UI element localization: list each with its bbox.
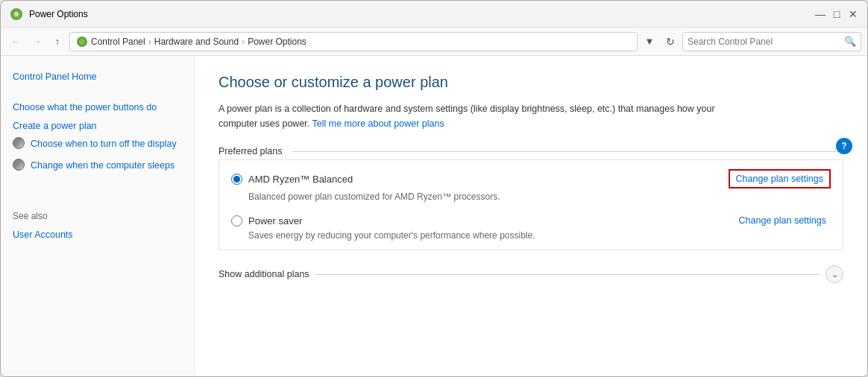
search-box: 🔍: [682, 32, 861, 51]
sidebar-home-link[interactable]: Control Panel Home: [13, 68, 182, 86]
sidebar-see-also-section: See also User Accounts: [1, 211, 194, 256]
intro-text: A power plan is a collection of hardware…: [218, 101, 755, 131]
see-also-label: See also: [13, 211, 182, 221]
preferred-plans-label: Preferred plans: [218, 146, 282, 156]
window-controls: — □ ✕: [815, 9, 858, 19]
path-sep1: ›: [148, 37, 151, 47]
plan-power-saver: Power saver Change plan settings Saves e…: [231, 214, 831, 241]
sidebar-item-computer-sleeps[interactable]: Change when the computer sleeps: [13, 156, 182, 175]
plan-amd-radio-row: AMD Ryzen™ Balanced: [231, 174, 353, 185]
plan-saver-header: Power saver Change plan settings: [231, 214, 831, 227]
main-panel: Choose or customize a power plan A power…: [195, 56, 867, 376]
plan-saver-radio[interactable]: [231, 215, 242, 226]
title-bar: Power Options — □ ✕: [1, 1, 867, 28]
path-part2: Hardware and Sound: [154, 37, 239, 47]
plan-saver-desc: Saves energy by reducing your computer's…: [248, 230, 831, 241]
sidebar-create-plan-label: Create a power plan: [13, 119, 97, 133]
expand-additional-plans-button[interactable]: ⌄: [825, 265, 843, 283]
refresh-button[interactable]: ↻: [661, 33, 679, 51]
up-button[interactable]: ↑: [48, 33, 66, 51]
help-label: ?: [841, 141, 846, 151]
disk-icon-2: [13, 159, 25, 171]
sidebar: Control Panel Home Choose what the power…: [1, 56, 195, 376]
content-area: Control Panel Home Choose what the power…: [1, 56, 867, 376]
search-icon: 🔍: [844, 36, 856, 47]
sidebar-computer-sleeps-label: Change when the computer sleeps: [31, 159, 174, 173]
sidebar-home-section: Control Panel Home: [1, 68, 194, 98]
minimize-button[interactable]: —: [815, 9, 825, 19]
forward-button[interactable]: →: [28, 33, 45, 51]
additional-plans-label: Show additional plans: [218, 269, 309, 279]
window: Power Options — □ ✕ ← → ↑ Control Panel …: [0, 0, 868, 377]
sidebar-item-create-plan[interactable]: Create a power plan: [13, 117, 182, 136]
plan-saver-name: Power saver: [248, 215, 302, 226]
plan-amd-balanced: AMD Ryzen™ Balanced Change plan settings…: [231, 169, 831, 202]
sidebar-item-power-buttons[interactable]: Choose what the power buttons do: [13, 98, 182, 117]
preferred-plans-section: Preferred plans: [218, 146, 843, 156]
svg-point-2: [15, 12, 19, 16]
path-sep2: ›: [242, 37, 245, 47]
sidebar-power-buttons-label: Choose what the power buttons do: [13, 101, 157, 115]
plan-amd-header: AMD Ryzen™ Balanced Change plan settings: [231, 169, 831, 188]
close-button[interactable]: ✕: [848, 9, 858, 19]
path-part1: Control Panel: [91, 37, 145, 47]
change-plan-saver-link[interactable]: Change plan settings: [735, 214, 831, 227]
path-part3: Power Options: [248, 37, 306, 47]
back-button[interactable]: ←: [7, 33, 25, 51]
sidebar-home-label: Control Panel Home: [13, 70, 97, 84]
address-path[interactable]: Control Panel › Hardware and Sound › Pow…: [69, 32, 638, 51]
plans-container: AMD Ryzen™ Balanced Change plan settings…: [218, 159, 843, 250]
app-icon: [10, 7, 23, 21]
folder-icon: [76, 36, 88, 48]
additional-plans-line: [315, 274, 820, 275]
intro-text-content: A power plan is a collection of hardware…: [218, 104, 715, 129]
plan-amd-radio[interactable]: [231, 174, 242, 185]
svg-point-4: [79, 39, 85, 45]
sidebar-turn-off-display-label: Choose when to turn off the display: [31, 137, 177, 151]
disk-icon-1: [13, 137, 25, 149]
dropdown-button[interactable]: ▼: [641, 33, 658, 51]
additional-plans-row: Show additional plans ⌄: [218, 265, 843, 283]
plan-amd-desc: Balanced power plan customized for AMD R…: [248, 191, 831, 202]
sidebar-item-turn-off-display[interactable]: Choose when to turn off the display: [13, 135, 182, 153]
sidebar-links-section: Choose what the power buttons do Create …: [1, 98, 194, 187]
sidebar-item-user-accounts[interactable]: User Accounts: [13, 226, 182, 244]
window-title: Power Options: [29, 9, 815, 19]
help-button[interactable]: ?: [836, 138, 852, 154]
tell-me-more-link[interactable]: Tell me more about power plans: [312, 118, 444, 129]
plan-saver-radio-row: Power saver: [231, 215, 302, 226]
maximize-button[interactable]: □: [831, 9, 842, 19]
search-input[interactable]: [688, 37, 844, 47]
plan-amd-name: AMD Ryzen™ Balanced: [248, 174, 353, 185]
page-title: Choose or customize a power plan: [218, 74, 843, 91]
change-plan-amd-link[interactable]: Change plan settings: [729, 169, 831, 188]
user-accounts-label: User Accounts: [13, 228, 73, 242]
address-bar: ← → ↑ Control Panel › Hardware and Sound…: [1, 28, 867, 56]
